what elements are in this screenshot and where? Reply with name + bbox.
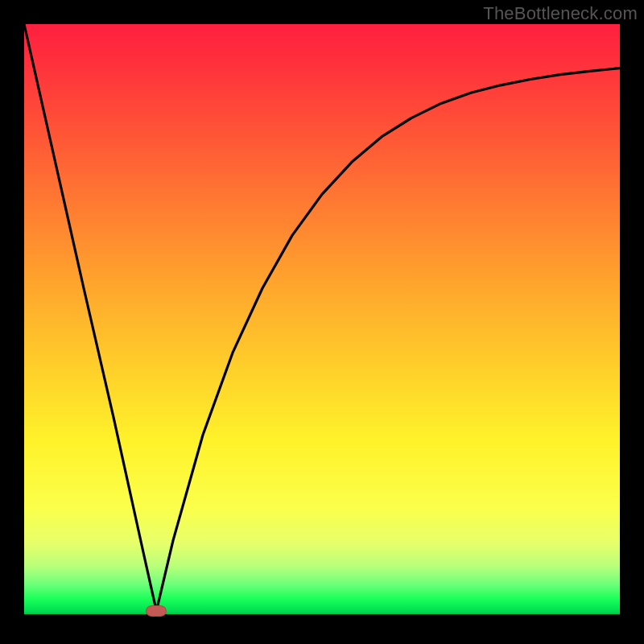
watermark-text: TheBottleneck.com — [483, 3, 638, 24]
plot-area — [24, 24, 620, 620]
minimum-marker — [146, 605, 167, 617]
bottleneck-curve — [24, 24, 620, 620]
chart-frame: TheBottleneck.com — [0, 0, 644, 644]
